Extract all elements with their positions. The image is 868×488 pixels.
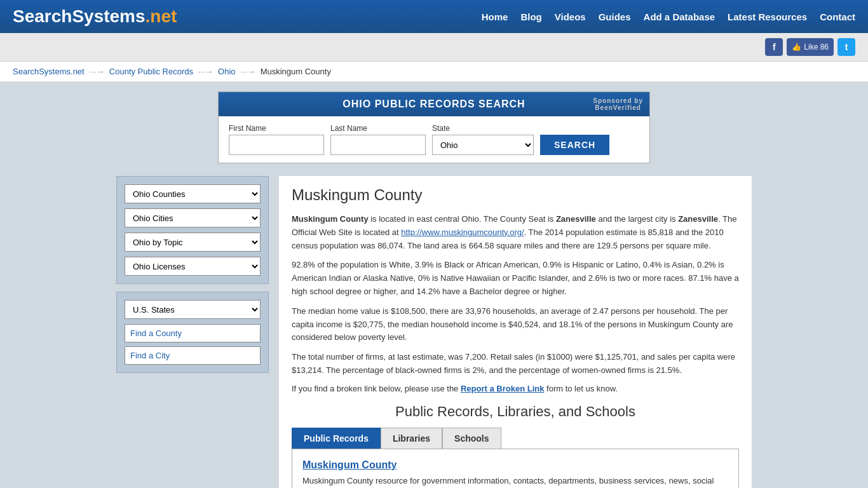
last-name-input[interactable]: [330, 135, 426, 155]
breadcrumb: SearchSystems.net ···→ County Public Rec…: [0, 62, 868, 82]
state-select[interactable]: Ohio Alabama Alaska: [432, 135, 534, 155]
broken-link-suffix: form to let us know.: [544, 384, 618, 393]
sponsored-line1: Sponsored by: [593, 97, 643, 104]
sidebar-us-section: U.S. States Find a County Find a City: [116, 292, 269, 373]
first-name-label: First Name: [229, 124, 324, 133]
social-bar: f 👍 Like 86 t: [0, 33, 868, 62]
facebook-like-button[interactable]: 👍 Like 86: [787, 38, 834, 56]
breadcrumb-ohio[interactable]: Ohio: [218, 67, 235, 76]
county-name-bold: Muskingum County: [292, 214, 369, 224]
us-states-select[interactable]: U.S. States: [125, 300, 261, 319]
records-content: Muskingum County Muskingum County resour…: [292, 449, 739, 488]
breadcrumb-current: Muskingum County: [261, 67, 331, 76]
county-seat-bold: Zanesville: [556, 214, 596, 224]
like-count: Like 86: [804, 43, 829, 51]
breadcrumb-arrow-3: ···→: [240, 67, 257, 76]
county-income-para: The median home value is $108,500, there…: [292, 305, 739, 344]
tab-public-records[interactable]: Public Records: [292, 428, 381, 449]
ohio-cities-select[interactable]: Ohio Cities: [125, 208, 261, 227]
breadcrumb-county-records[interactable]: County Public Records: [109, 67, 193, 76]
search-button[interactable]: SEARCH: [540, 135, 609, 155]
breadcrumb-arrow-2: ···→: [198, 67, 215, 76]
sidebar-ohio-section: Ohio Counties Ohio Cities Ohio by Topic …: [116, 176, 269, 284]
county-firms-para: The total number of firms, at last estim…: [292, 351, 739, 377]
header: SearchSystems.net Home Blog Videos Guide…: [0, 0, 868, 33]
county-largest-city-text: and the largest city is: [596, 214, 678, 224]
sponsored-line2: BeenVerified: [593, 104, 643, 111]
search-box: OHIO PUBLIC RECORDS SEARCH Sponsored by …: [218, 92, 650, 163]
county-desc-para1: Muskingum County is located in east cent…: [292, 213, 739, 252]
records-link-title[interactable]: Muskingum County: [302, 459, 728, 471]
last-name-label: Last Name: [330, 124, 426, 133]
find-county-link[interactable]: Find a County: [125, 324, 261, 342]
main-content: Muskingum County Muskingum County is loc…: [279, 176, 752, 488]
nav-contact[interactable]: Contact: [820, 11, 855, 22]
first-name-input[interactable]: [229, 135, 324, 155]
sidebar: Ohio Counties Ohio Cities Ohio by Topic …: [116, 176, 269, 488]
tabs-container: Public Records Libraries Schools: [292, 428, 739, 449]
ohio-licenses-select[interactable]: Ohio Licenses: [125, 257, 261, 276]
county-race-para: 92.8% of the population is White, 3.9% i…: [292, 259, 739, 298]
county-title: Muskingum County: [292, 186, 739, 204]
broken-link-anchor[interactable]: Report a Broken Link: [461, 384, 544, 393]
nav-home[interactable]: Home: [482, 11, 508, 22]
search-fields: First Name Last Name State Ohio Alabama …: [219, 116, 649, 163]
nav-blog[interactable]: Blog: [520, 11, 541, 22]
tab-schools[interactable]: Schools: [442, 428, 501, 449]
logo-text: SearchSystems: [13, 6, 146, 26]
county-desc-text1: is located in east central Ohio. The Cou…: [369, 214, 556, 224]
main-wrapper: OHIO PUBLIC RECORDS SEARCH Sponsored by …: [0, 82, 868, 488]
main-nav: Home Blog Videos Guides Add a Database L…: [482, 11, 855, 22]
ohio-by-topic-select[interactable]: Ohio by Topic: [125, 233, 261, 252]
records-section-title: Public Records, Libraries, and Schools: [292, 403, 739, 420]
county-website-link[interactable]: http://www.muskingumcounty.org/: [401, 227, 524, 237]
first-name-group: First Name: [229, 124, 324, 155]
like-icon: 👍: [792, 43, 801, 51]
nav-add-database[interactable]: Add a Database: [644, 11, 715, 22]
records-link-desc: Muskingum County resource for government…: [302, 475, 728, 488]
broken-link-prefix: If you find a broken link below, please …: [292, 384, 461, 393]
nav-videos[interactable]: Videos: [555, 11, 586, 22]
content-area: Ohio Counties Ohio Cities Ohio by Topic …: [116, 176, 752, 488]
nav-latest-resources[interactable]: Latest Resources: [728, 11, 807, 22]
tab-libraries[interactable]: Libraries: [381, 428, 442, 449]
find-city-link[interactable]: Find a City: [125, 346, 261, 365]
logo-net: .net: [146, 6, 177, 26]
breadcrumb-home[interactable]: SearchSystems.net: [13, 67, 85, 76]
nav-guides[interactable]: Guides: [599, 11, 631, 22]
search-header: OHIO PUBLIC RECORDS SEARCH Sponsored by …: [219, 92, 649, 116]
twitter-icon[interactable]: t: [837, 38, 855, 56]
sponsored-by: Sponsored by BeenVerified: [593, 97, 643, 111]
site-logo[interactable]: SearchSystems.net: [13, 6, 177, 27]
facebook-icon[interactable]: f: [765, 38, 783, 56]
breadcrumb-arrow-1: ···→: [89, 67, 106, 76]
state-group: State Ohio Alabama Alaska: [432, 124, 534, 155]
county-largest-city-bold: Zanesville: [678, 214, 718, 224]
last-name-group: Last Name: [330, 124, 426, 155]
search-header-title: OHIO PUBLIC RECORDS SEARCH: [342, 98, 525, 110]
broken-link-para: If you find a broken link below, please …: [292, 384, 739, 393]
state-label: State: [432, 124, 534, 133]
ohio-counties-select[interactable]: Ohio Counties: [125, 184, 261, 203]
